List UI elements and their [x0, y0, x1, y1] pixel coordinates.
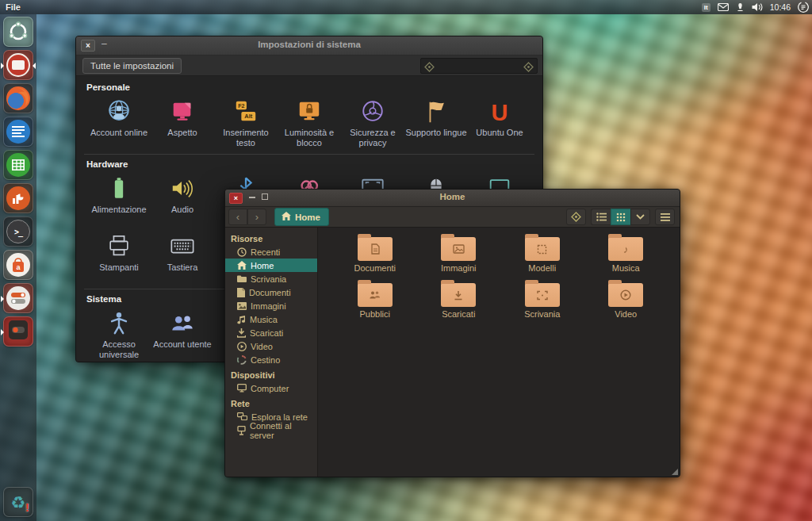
list-view-button[interactable] [591, 209, 611, 225]
launcher-item-system-settings[interactable] [3, 283, 33, 313]
launcher-item-terminal[interactable]: >_ [3, 216, 33, 247]
focused-indicator [33, 63, 36, 69]
session-menu[interactable] [798, 2, 809, 13]
fm-sidebar: Risorse Recenti Home Scrivania Documenti [225, 228, 318, 477]
clock[interactable]: 10:46 [770, 2, 791, 12]
launcher-item-trash[interactable]: ♻ ! [3, 487, 33, 517]
settings-item-alimentazione[interactable]: Alimentazione [87, 171, 151, 215]
back-button[interactable]: ‹ [228, 209, 247, 225]
search-button[interactable] [566, 209, 586, 225]
separator [84, 154, 534, 155]
settings-item-aspetto[interactable]: Aspetto [151, 94, 214, 147]
svg-text:Alt: Alt [244, 113, 253, 120]
text-entry-icon: F2Alt [232, 94, 259, 125]
sidebar-section-rete: Rete [225, 396, 317, 410]
launcher-item-files[interactable] [3, 50, 33, 80]
menubar-file[interactable]: File [6, 2, 21, 12]
sidebar-item-recenti[interactable]: Recenti [225, 245, 317, 259]
folder-video[interactable]: Video [584, 279, 668, 319]
music-icon [237, 315, 246, 324]
launcher-item-impress[interactable] [3, 183, 33, 213]
power-icon [105, 171, 132, 201]
fm-content[interactable]: Documenti Immagini Modelli [319, 228, 680, 477]
resize-grip[interactable] [672, 469, 678, 475]
top-panel: File It 10:46 [0, 0, 812, 14]
launcher-item-software-center[interactable]: a [3, 250, 33, 280]
launcher-item-dash[interactable] [3, 17, 33, 47]
folder-musica[interactable]: ♪ Musica [584, 233, 668, 273]
trash-icon [237, 355, 247, 365]
network-icon [736, 2, 745, 12]
sound-icon [169, 171, 196, 201]
settings-item-sicurezza[interactable]: Sicurezza e privacy [341, 94, 404, 147]
sidebar-item-immagini[interactable]: Immagini [225, 299, 317, 312]
settings-search[interactable] [420, 58, 538, 74]
sidebar-item-computer[interactable]: Computer [225, 381, 317, 395]
download-glyph [441, 283, 476, 307]
sidebar-item-video[interactable]: Video [225, 339, 317, 353]
settings-titlebar[interactable]: × – Impostazioni di sistema [76, 36, 542, 56]
fm-titlebar[interactable]: × Home [225, 190, 680, 207]
launcher-item-writer[interactable] [3, 117, 33, 147]
settings-item-supporto-lingue[interactable]: Supporto lingue [404, 94, 468, 147]
system-settings-icon [6, 286, 30, 310]
settings-item-stampanti[interactable]: Stampanti [87, 229, 151, 273]
keyboard-indicator[interactable]: It [702, 3, 710, 12]
network-menu[interactable] [736, 2, 745, 12]
menu-button[interactable] [655, 209, 675, 225]
printers-icon [105, 229, 132, 259]
folder-scaricati[interactable]: Scaricati [417, 279, 501, 319]
sidebar-item-scaricati[interactable]: Scaricati [225, 326, 317, 339]
sound-menu[interactable] [752, 2, 763, 12]
folder-pubblici[interactable]: Pubblici [333, 279, 417, 319]
launcher-item-calc[interactable] [3, 150, 33, 180]
document-icon [237, 288, 245, 297]
home-icon [237, 261, 247, 270]
sidebar-item-home[interactable]: Home [225, 259, 317, 272]
list-view-icon [596, 213, 607, 221]
universal-access-icon [105, 306, 132, 336]
sidebar-item-musica[interactable]: Musica [225, 312, 317, 326]
sidebar-section-risorse: Risorse [225, 232, 317, 245]
folder-scrivania[interactable]: Scrivania [500, 279, 584, 319]
chevron-down-icon [636, 214, 645, 220]
sidebar-item-scrivania[interactable]: Scrivania [225, 272, 317, 285]
language-support-icon [423, 94, 450, 125]
sidebar-item-connetti-server[interactable]: Connetti al server [225, 423, 317, 437]
launcher: >_ a ♻ ! [0, 14, 36, 521]
sidebar-item-documenti[interactable]: Documenti [225, 285, 317, 299]
settings-search-input[interactable] [437, 59, 521, 73]
folder-immagini[interactable]: Immagini [417, 233, 501, 273]
all-settings-button[interactable]: Tutte le impostazioni [82, 58, 182, 74]
forward-button[interactable]: › [247, 209, 266, 225]
settings-item-inserimento-testo[interactable]: F2Alt Inserimento testo [214, 94, 278, 147]
desktop: × – Impostazioni di sistema Tutte le imp… [0, 0, 812, 521]
settings-item-luminosita[interactable]: Luminosità e blocco [278, 94, 341, 147]
settings-item-account-online[interactable]: Account online [87, 94, 151, 147]
recent-icon [237, 247, 247, 257]
settings-item-audio[interactable]: Audio [151, 171, 214, 215]
ubuntu-dash-icon [8, 21, 29, 42]
zoom-dropdown-button[interactable] [630, 209, 650, 225]
launcher-item-display-settings[interactable] [3, 316, 33, 347]
folder-icon [237, 275, 247, 283]
settings-item-accesso-universale[interactable]: Accesso universale [87, 306, 151, 359]
network-icon [237, 412, 247, 421]
session-menu-icon [798, 2, 809, 13]
settings-item-ubuntu-one[interactable]: U Ubuntu One [468, 94, 531, 147]
settings-item-account-utente[interactable]: Account utente [151, 306, 214, 359]
search-options-icon [523, 61, 534, 75]
grid-view-button[interactable] [611, 209, 630, 225]
folder-modelli[interactable]: Modelli [500, 233, 584, 273]
sidebar-item-cestino[interactable]: Cestino [225, 353, 317, 366]
image-glyph [441, 237, 476, 261]
impress-icon [6, 186, 30, 210]
message-menu[interactable] [718, 3, 729, 11]
folder-documenti[interactable]: Documenti [333, 233, 417, 273]
settings-item-tastiera[interactable]: Tastiera [151, 229, 214, 273]
file-manager-window: × Home ‹ › Home [224, 189, 680, 477]
breadcrumb[interactable]: Home [274, 208, 329, 226]
volume-icon [752, 2, 763, 12]
security-privacy-icon [359, 94, 386, 125]
launcher-item-firefox[interactable] [3, 83, 33, 113]
